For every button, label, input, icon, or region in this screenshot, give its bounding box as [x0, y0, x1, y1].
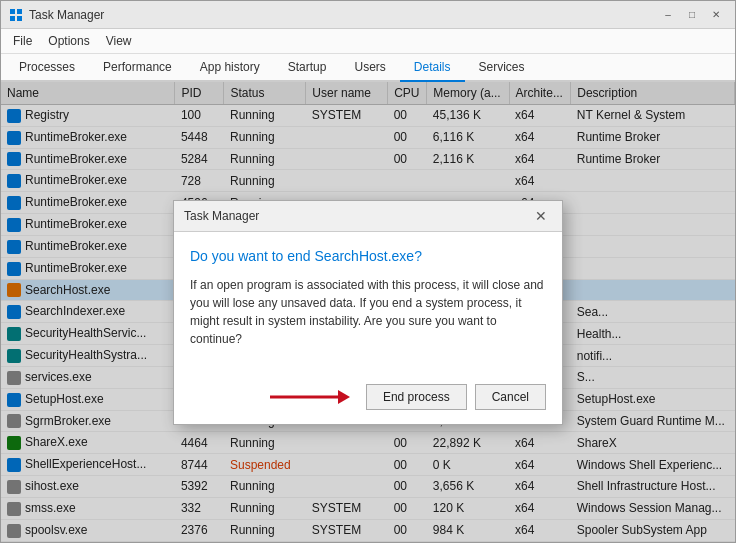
end-process-button[interactable]: End process [366, 384, 467, 410]
svg-rect-3 [17, 16, 22, 21]
tab-app-history[interactable]: App history [186, 54, 274, 82]
dialog-close-button[interactable]: ✕ [530, 207, 552, 225]
dialog-title-bar: Task Manager ✕ [174, 201, 562, 232]
svg-rect-1 [17, 9, 22, 14]
dialog-question: Do you want to end SearchHost.exe? [190, 248, 546, 264]
title-bar-left: Task Manager [9, 8, 104, 22]
end-process-dialog: Task Manager ✕ Do you want to end Search… [173, 200, 563, 425]
svg-rect-0 [10, 9, 15, 14]
arrow-icon [270, 386, 350, 408]
tab-processes[interactable]: Processes [5, 54, 89, 82]
window-controls: – □ ✕ [657, 6, 727, 24]
window-title: Task Manager [29, 8, 104, 22]
tab-services[interactable]: Services [465, 54, 539, 82]
svg-marker-5 [338, 390, 350, 404]
minimize-button[interactable]: – [657, 6, 679, 24]
svg-rect-2 [10, 16, 15, 21]
close-button[interactable]: ✕ [705, 6, 727, 24]
main-content: Name PID Status User name CPU Memory (a.… [1, 82, 735, 542]
tab-performance[interactable]: Performance [89, 54, 186, 82]
task-manager-window: Task Manager – □ ✕ File Options View Pro… [0, 0, 736, 543]
menu-file[interactable]: File [5, 31, 40, 51]
task-manager-icon [9, 8, 23, 22]
menu-bar: File Options View [1, 29, 735, 54]
dialog-body: Do you want to end SearchHost.exe? If an… [174, 232, 562, 376]
dialog-buttons: End process Cancel [174, 376, 562, 424]
dialog-title: Task Manager [184, 209, 259, 223]
tab-startup[interactable]: Startup [274, 54, 341, 82]
dialog-message: If an open program is associated with th… [190, 276, 546, 348]
arrow-container [190, 386, 358, 408]
tab-details[interactable]: Details [400, 54, 465, 82]
cancel-button[interactable]: Cancel [475, 384, 546, 410]
maximize-button[interactable]: □ [681, 6, 703, 24]
tab-bar: Processes Performance App history Startu… [1, 54, 735, 82]
dialog-overlay: Task Manager ✕ Do you want to end Search… [1, 82, 735, 542]
title-bar: Task Manager – □ ✕ [1, 1, 735, 29]
tab-users[interactable]: Users [340, 54, 399, 82]
menu-options[interactable]: Options [40, 31, 97, 51]
menu-view[interactable]: View [98, 31, 140, 51]
